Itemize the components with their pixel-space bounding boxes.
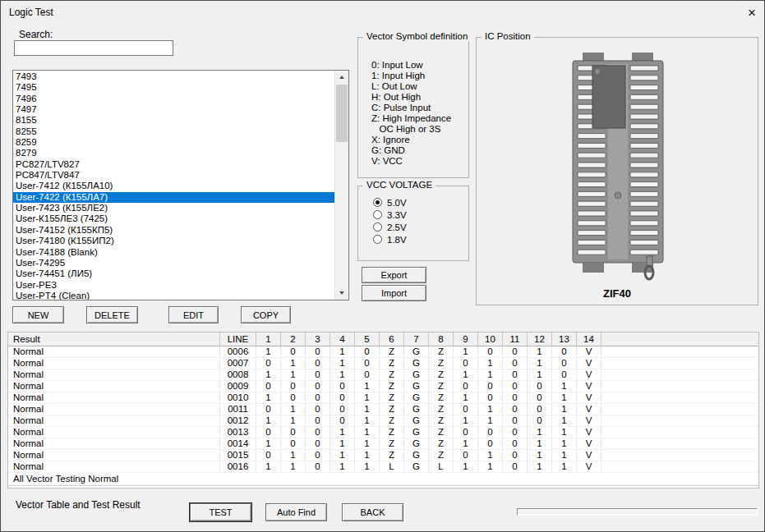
import-button[interactable]: Import	[362, 285, 426, 301]
table-header-cell[interactable]: LINE	[220, 332, 256, 346]
pin-cell: 1	[528, 346, 552, 357]
table-header-cell[interactable]: Result	[8, 332, 220, 346]
pin-cell: Z	[380, 404, 404, 415]
scroll-down-icon[interactable]	[335, 287, 348, 300]
pin-cell: 0	[552, 346, 577, 357]
pin-cell: 1	[355, 461, 380, 472]
close-icon[interactable]: ×	[733, 6, 756, 20]
table-row[interactable]: Normal000900001ZGZ00001V	[8, 381, 758, 392]
pin-cell: 1	[256, 392, 281, 403]
vector-symbol-lines: 0: Input Low1: Input HighL: Out LowH: Ou…	[371, 60, 467, 167]
list-item[interactable]: 7496	[13, 94, 335, 104]
vcc-option[interactable]: 5.0V	[373, 196, 407, 209]
pin-cell: 0	[256, 404, 281, 415]
window-title: Logic Test	[9, 7, 53, 18]
list-item[interactable]: 8155	[13, 115, 335, 126]
table-header-cell[interactable]: 13	[552, 332, 577, 346]
table-row[interactable]: Normal000610010ZGZ10010V	[8, 346, 758, 358]
list-item[interactable]: User-74451 (ЛИ5)	[13, 268, 335, 279]
table-header-cell[interactable]: 2	[281, 332, 306, 346]
delete-button[interactable]: DELETE	[86, 306, 138, 323]
logic-test-dialog: Logic Test × Search: 7493749574967497815…	[0, 0, 765, 532]
line-cell: 0006	[220, 346, 256, 357]
table-row[interactable]: Normal001501011ZGZ01011V	[8, 450, 758, 461]
list-item[interactable]: PC827/LTV827	[13, 159, 335, 170]
list-item[interactable]: 8259	[13, 137, 335, 148]
new-button[interactable]: NEW	[12, 306, 64, 323]
list-item[interactable]: User-PT4 (Clean)	[13, 291, 335, 300]
table-header-cell[interactable]: 3	[306, 332, 330, 346]
list-item[interactable]: User-PE3	[13, 280, 335, 291]
list-item[interactable]: User-7422 (К155ЛА7)	[13, 192, 335, 203]
table-row[interactable]: Normal001010001ZGZ10001V	[8, 392, 758, 404]
pin-cell: G	[404, 358, 429, 369]
pin-cell: 0	[503, 415, 528, 426]
list-scrollbar[interactable]	[334, 71, 348, 300]
vcc-option[interactable]: 1.8V	[373, 233, 407, 245]
scroll-up-icon[interactable]	[335, 71, 348, 84]
table-header-cell[interactable]: 8	[429, 332, 454, 346]
vector-symbol-line: OC High or 3S	[371, 124, 467, 135]
back-button[interactable]: BACK	[342, 503, 403, 521]
list-item[interactable]: 7495	[13, 82, 335, 93]
table-header-cell[interactable]: 10	[478, 332, 503, 346]
list-item[interactable]: User-74152 (К155КП5)	[13, 225, 335, 236]
edit-button[interactable]: EDIT	[168, 306, 219, 323]
table-header-cell[interactable]: 9	[454, 332, 478, 346]
table-header-cell[interactable]: 14	[577, 332, 601, 346]
pin-cell: 0	[306, 450, 330, 461]
pin-cell: 0	[503, 392, 528, 403]
pin-cell: 0	[454, 358, 478, 369]
vcc-option[interactable]: 3.3V	[373, 209, 407, 221]
table-header-cell[interactable]: 12	[528, 332, 552, 346]
zif-socket-graphic	[565, 51, 671, 282]
search-input[interactable]	[14, 40, 173, 56]
list-item[interactable]: User-74180 (К155ИП2)	[13, 236, 335, 246]
line-cell: 0011	[220, 404, 256, 415]
table-header-cell[interactable]: 1	[256, 332, 281, 346]
auto-find-button[interactable]: Auto Find	[265, 503, 327, 521]
copy-button[interactable]: COPY	[241, 306, 291, 323]
chip-listbox[interactable]: 74937495749674978155825582598279PC827/LT…	[12, 70, 349, 300]
pin-cell: 0	[503, 381, 528, 392]
vcc-option[interactable]: 2.5V	[373, 221, 407, 233]
pin-cell: V	[577, 404, 601, 415]
pin-cell: 1	[454, 438, 478, 449]
export-button[interactable]: Export	[362, 267, 426, 283]
test-button[interactable]: TEST	[190, 503, 251, 521]
pin-cell: G	[404, 404, 429, 415]
list-item[interactable]: 7497	[13, 104, 335, 115]
pin-cell: 1	[256, 415, 281, 426]
table-header-cell[interactable]: 11	[503, 332, 528, 346]
list-item[interactable]: User-74188 (Blank)	[13, 247, 335, 258]
list-item[interactable]: User-К155ЛЕ3 (7425)	[13, 213, 335, 224]
pin-cell: 1	[528, 438, 552, 449]
list-item[interactable]: 8255	[13, 126, 335, 137]
pin-cell: V	[577, 438, 601, 449]
line-cell: 0015	[220, 450, 256, 461]
result-cell: Normal	[8, 381, 220, 392]
vector-symbol-line: X: Ignore	[371, 135, 467, 145]
table-header-cell[interactable]: 4	[330, 332, 355, 346]
scrollbar-thumb[interactable]	[336, 85, 348, 142]
list-item[interactable]: User-7423 (К155ЛЕ2)	[13, 203, 335, 213]
list-item[interactable]: User-7412 (К155ЛА10)	[13, 181, 335, 191]
list-item[interactable]: User-74295	[13, 258, 335, 268]
table-row[interactable]: Normal001410011ZGZ10011V	[8, 438, 758, 450]
list-item[interactable]: PC847/LTV847	[13, 170, 335, 181]
table-header-cell[interactable]: 6	[380, 332, 404, 346]
pin-cell: V	[577, 450, 601, 461]
table-row[interactable]: Normal000701010ZGZ01010V	[8, 358, 758, 369]
table-header-cell[interactable]: 5	[355, 332, 380, 346]
table-row[interactable]: Normal001101001ZGZ01001V	[8, 404, 758, 415]
list-item[interactable]: 8279	[13, 148, 335, 158]
pin-cell: 0	[355, 346, 380, 357]
list-item[interactable]: 7493	[13, 71, 335, 82]
pin-cell: 1	[478, 369, 503, 380]
table-row[interactable]: Normal001611011LGL11011V	[8, 461, 758, 473]
table-header-cell[interactable]: 7	[404, 332, 429, 346]
pin-cell: 0	[256, 427, 281, 438]
table-row[interactable]: Normal000811010ZGZ11010V	[8, 369, 758, 381]
table-row[interactable]: Normal001300011ZGZ00011V	[8, 427, 758, 438]
table-row[interactable]: Normal001211001ZGZ11001V	[8, 415, 758, 427]
